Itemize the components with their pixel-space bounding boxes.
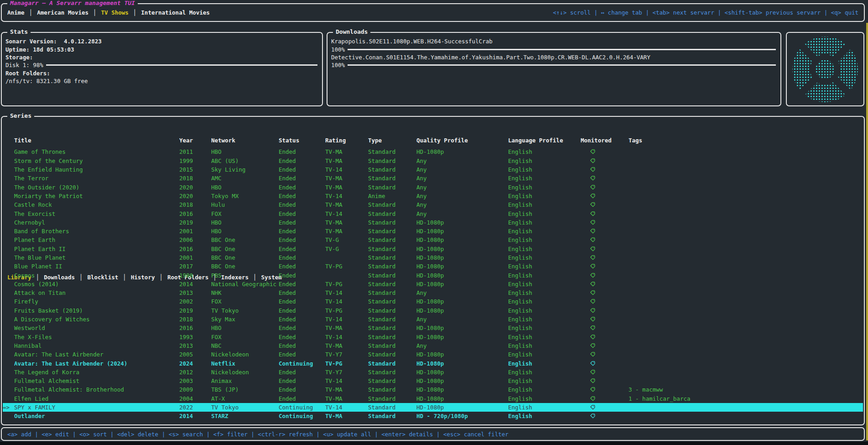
table-row[interactable]: Elfen Lied 2004 AT-X Ended TV-MA Standar… bbox=[3, 394, 863, 403]
row-language: English bbox=[508, 236, 581, 243]
table-row[interactable]: Moriarty the Patriot 2020 Tokyo MX Ended… bbox=[3, 192, 863, 200]
tag-icon bbox=[590, 184, 596, 190]
table-row[interactable]: Fruits Basket (2019) 2019 TV Tokyo Ended… bbox=[3, 306, 863, 315]
table-row[interactable]: Cosmos 1980 PBS Ended Standard HD-1080p … bbox=[3, 271, 863, 279]
table-row[interactable]: Planet Earth 2006 BBC One Ended TV-G Sta… bbox=[3, 236, 863, 244]
row-rating: TV-MA bbox=[325, 228, 368, 235]
row-title: Outlander bbox=[14, 413, 179, 419]
row-quality: HD - 720p/1080p bbox=[416, 413, 508, 419]
row-status: Ended bbox=[279, 254, 325, 261]
row-type: Standard bbox=[368, 334, 416, 340]
tag-icon bbox=[590, 378, 596, 384]
table-row[interactable]: Fullmetal Alchemist 2003 Animax Ended TV… bbox=[3, 377, 863, 385]
table-row[interactable]: The Enfield Haunting 2015 Sky Living End… bbox=[3, 165, 863, 174]
table-row[interactable]: Avatar: The Last Airbender 2005 Nickelod… bbox=[3, 350, 863, 359]
row-rating: TV-MA bbox=[325, 325, 368, 331]
table-row[interactable]: Band of Brothers 2001 HBO Ended TV-MA St… bbox=[3, 227, 863, 236]
row-language: English bbox=[508, 334, 581, 340]
servarr-tab[interactable]: Anime bbox=[7, 9, 37, 16]
row-type: Standard bbox=[368, 377, 416, 384]
series-panel-title: Series bbox=[7, 112, 34, 119]
table-row[interactable]: Westworld 2016 HBO Ended TV-MA Standard … bbox=[3, 324, 863, 332]
row-type: Standard bbox=[368, 263, 416, 270]
table-row[interactable]: The Legend of Korra 2012 Nickelodeon End… bbox=[3, 368, 863, 377]
table-row[interactable]: Game of Thrones 2011 HBO Ended TV-MA Sta… bbox=[3, 147, 863, 156]
row-status: Continuing bbox=[279, 360, 325, 367]
table-row[interactable]: => SPY x FAMILY 2022 TV Tokyo Continuing… bbox=[3, 403, 863, 412]
row-rating: TV-14 bbox=[325, 298, 368, 305]
row-network: BBC One bbox=[211, 246, 279, 252]
table-row[interactable]: The Outsider (2020) 2020 HBO Ended TV-MA… bbox=[3, 183, 863, 191]
table-row[interactable]: Cosmos (2014) 2014 National Geographic E… bbox=[3, 280, 863, 288]
row-rating: TV-MA bbox=[325, 219, 368, 226]
table-row[interactable]: Blue Planet II 2017 BBC One Ended TV-PG … bbox=[3, 262, 863, 271]
row-type: Standard bbox=[368, 210, 416, 217]
tag-icon bbox=[590, 149, 596, 155]
table-row[interactable]: The Exorcist 2016 FOX Ended TV-14 Standa… bbox=[3, 209, 863, 218]
row-status: Ended bbox=[279, 369, 325, 376]
table-row[interactable]: Hannibal 2013 NBC Ended TV-MA Standard A… bbox=[3, 341, 863, 350]
table-row[interactable]: Chernobyl 2019 HBO Ended TV-MA Standard … bbox=[3, 218, 863, 227]
row-language: English bbox=[508, 377, 581, 384]
row-title: Westworld bbox=[14, 325, 179, 331]
table-row[interactable]: Fullmetal Alchemist: Brotherhood 2009 TB… bbox=[3, 385, 863, 394]
row-monitored bbox=[581, 158, 629, 164]
table-row[interactable]: The Terror 2018 AMC Ended TV-MA Standard… bbox=[3, 174, 863, 183]
table-row[interactable]: Castle Rock 2018 Hulu Ended TV-MA Standa… bbox=[3, 200, 863, 209]
row-type: Standard bbox=[368, 413, 416, 419]
row-title: The Terror bbox=[14, 175, 179, 182]
row-type: Standard bbox=[368, 228, 416, 235]
row-title: The Exorcist bbox=[14, 210, 179, 217]
download-percent: 100% bbox=[331, 62, 345, 68]
row-title: Fruits Basket (2019) bbox=[14, 307, 179, 314]
servarr-tab[interactable]: American Movies bbox=[37, 9, 101, 16]
row-network: TV Tokyo bbox=[211, 307, 279, 314]
row-rating: TV-MA bbox=[325, 413, 368, 419]
row-type: Standard bbox=[368, 246, 416, 252]
table-row[interactable]: The Blue Planet 2001 BBC One Ended Stand… bbox=[3, 253, 863, 262]
row-quality: HD-1080p bbox=[416, 334, 508, 340]
table-row[interactable]: Planet Earth II 2016 BBC One Ended TV-G … bbox=[3, 245, 863, 253]
tag-icon bbox=[590, 158, 596, 164]
tag-icon bbox=[590, 167, 596, 173]
row-title: Band of Brothers bbox=[14, 228, 179, 235]
tag-icon bbox=[590, 413, 596, 419]
row-network: Nickelodeon bbox=[211, 351, 279, 358]
table-row[interactable]: Outlander 2014 STARZ Continuing TV-MA St… bbox=[3, 412, 863, 420]
row-network: PBS bbox=[211, 272, 279, 279]
table-row[interactable]: Firefly 2002 FOX Ended TV-14 Standard HD… bbox=[3, 297, 863, 306]
table-row[interactable]: Storm of the Century 1999 ABC (US) Ended… bbox=[3, 157, 863, 165]
terminal-screen: Managarr — A Servarr management TUI Anim… bbox=[0, 0, 868, 442]
table-row[interactable]: Attack on Titan 2013 NHK Ended TV-14 Sta… bbox=[3, 288, 863, 297]
row-type: Standard bbox=[368, 184, 416, 191]
row-tags: 3 - macmww bbox=[629, 386, 863, 393]
table-row[interactable]: A Discovery of Witches 2018 Sky Max Ende… bbox=[3, 315, 863, 324]
right-edge-scrollbar[interactable] bbox=[866, 23, 868, 440]
row-status: Ended bbox=[279, 157, 325, 164]
row-title: Hannibal bbox=[14, 342, 179, 349]
row-status: Ended bbox=[279, 228, 325, 235]
row-monitored bbox=[581, 211, 629, 217]
row-quality: HD-1080p bbox=[416, 369, 508, 376]
table-row[interactable]: Avatar: The Last Airbender (2024) 2024 N… bbox=[3, 359, 863, 367]
row-year: 2002 bbox=[179, 298, 211, 305]
row-status: Ended bbox=[279, 289, 325, 296]
servarr-tab[interactable]: International Movies bbox=[141, 9, 210, 16]
row-quality: Any bbox=[416, 210, 508, 217]
row-monitored bbox=[581, 343, 629, 349]
row-status: Ended bbox=[279, 351, 325, 358]
table-row[interactable]: The X-Files 1993 FOX Ended TV-14 Standar… bbox=[3, 333, 863, 341]
row-type: Standard bbox=[368, 351, 416, 358]
row-type: Standard bbox=[368, 236, 416, 243]
download-item: Detective.Conan.S01E1154.The.Yamahime.of… bbox=[331, 53, 777, 69]
tag-icon bbox=[590, 361, 596, 366]
row-quality: HD-1080p bbox=[416, 325, 508, 331]
row-monitored bbox=[581, 281, 629, 287]
servarr-tab[interactable]: TV Shows bbox=[101, 9, 141, 16]
downloads-panel-title: Downloads bbox=[333, 28, 370, 35]
row-status: Ended bbox=[279, 166, 325, 173]
sonarr-version-line: Sonarr Version: 4.0.12.2823 bbox=[5, 37, 318, 45]
row-title: Fullmetal Alchemist: Brotherhood bbox=[14, 386, 179, 393]
stats-panel-title: Stats bbox=[7, 28, 31, 35]
col-language: Language Profile bbox=[508, 137, 581, 144]
